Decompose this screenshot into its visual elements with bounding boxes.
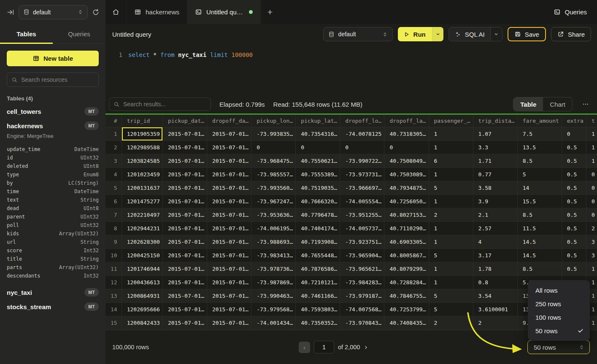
sidebar-item-hackernews[interactable]: hackernews MT [7,119,99,133]
table-cell[interactable]: -73.967247… [251,195,296,208]
table-cell[interactable]: -73.923751… [340,235,384,249]
table-cell[interactable]: 2015-07-01… [163,222,207,235]
table-cell[interactable]: 2015-07-01… [207,208,251,222]
sidebar-item-nyc-taxi[interactable]: nyc_taxi MT [7,285,99,299]
table-cell[interactable]: 2015-07-01… [163,181,207,195]
sidebar-tab-tables[interactable]: Tables [0,24,53,43]
sql-editor[interactable]: 1 select * from nyc_taxi limit 100000 [105,44,597,95]
table-cell[interactable]: 0.5 [562,141,586,154]
table-cell[interactable]: -73.970843… [340,316,384,330]
queries-button[interactable]: Queries [543,0,597,24]
table-cell[interactable]: 1201023459 [122,168,163,181]
table-cell[interactable]: -73.951255… [340,208,384,222]
tab-hackernews[interactable]: hackernews [127,0,187,24]
table-cell[interactable]: 6 [429,154,473,168]
table-cell[interactable]: 14.5 [518,235,562,249]
table-cell[interactable]: 40.7593803… [296,303,340,316]
table-cell[interactable]: 1 [429,276,473,289]
table-cell[interactable]: 2015-07-01… [163,235,207,249]
table-cell[interactable]: 2015-07-01… [163,195,207,208]
column-header[interactable]: trip_dista… [473,115,518,127]
table-cell[interactable]: 2015-07-01… [207,249,251,262]
table-cell[interactable]: 1201905359 [122,127,163,141]
table-cell[interactable]: -73.993560… [251,181,296,195]
table-cell[interactable]: -73.968475… [251,154,296,168]
run-button[interactable]: Run [398,27,432,41]
page-size-option[interactable]: All rows [528,283,590,297]
table-cell[interactable]: 1 [586,141,597,154]
new-table-button[interactable]: New table [7,51,99,66]
table-cell[interactable]: 0.8 [473,276,518,289]
table-cell[interactable]: 1202628300 [122,235,163,249]
table-cell[interactable]: 3.3 [473,141,518,154]
table-cell[interactable]: 0 [562,127,586,141]
table-cell[interactable]: 0 [251,141,296,154]
table-cell[interactable]: 40.7655448… [296,249,340,262]
table-cell[interactable]: 2 [586,222,597,235]
table-cell[interactable]: 3.9 [473,195,518,208]
sidebar-tab-queries[interactable]: Queries [53,24,105,43]
table-cell[interactable]: 2.1 [473,208,518,222]
table-cell[interactable]: 40.7508049… [384,154,429,168]
table-cell[interactable]: -73.990463… [251,289,296,303]
table-cell[interactable]: 5 [429,289,473,303]
table-cell[interactable]: 3 [586,235,597,249]
table-cell[interactable]: 40.7210121… [296,276,340,289]
table-cell[interactable]: 2015-07-01… [207,127,251,141]
page-size-option[interactable]: 50 rows [528,324,590,337]
sidebar-search-input[interactable] [21,76,94,83]
column-header[interactable]: trip_id [122,115,163,127]
table-cell[interactable]: -73.966697… [340,181,384,195]
table-cell[interactable]: 40.7110290… [384,222,429,235]
table-cell[interactable]: 1 [429,262,473,276]
table-cell[interactable]: 2015-07-01… [207,276,251,289]
table-cell[interactable]: 2015-07-01… [163,316,207,330]
table-cell[interactable]: -74.005554… [340,195,384,208]
table-cell[interactable]: 1 [429,235,473,249]
table-cell[interactable]: 40.8027153… [384,208,429,222]
table-cell[interactable]: 2015-07-01… [207,154,251,168]
table-cell[interactable]: 40.7796478… [296,208,340,222]
table-cell[interactable]: -74.006195… [251,222,296,235]
table-cell[interactable]: 2015-07-01… [207,195,251,208]
database-selector[interactable]: default [19,5,88,19]
table-cell[interactable]: 40.7288284… [384,276,429,289]
share-button[interactable]: Share [551,27,591,41]
view-toggle-table[interactable]: Table [513,97,543,111]
table-cell[interactable]: 2 [429,316,473,330]
table-cell[interactable]: 3 [586,249,597,262]
table-cell[interactable]: 3.17 [473,249,518,262]
table-cell[interactable]: 1201475277 [122,195,163,208]
table-cell[interactable]: 2015-07-01… [207,303,251,316]
table-cell[interactable]: 2015-07-01… [163,154,207,168]
table-cell[interactable]: 1 [429,168,473,181]
column-header[interactable]: dropoff_lo… [340,115,384,127]
results-search[interactable] [109,97,211,111]
table-cell[interactable]: 40.6903305… [384,235,429,249]
table-cell[interactable]: 13.5 [518,141,562,154]
table-cell[interactable]: 4 [473,235,518,249]
table-cell[interactable]: 0.77 [473,168,518,181]
table-cell[interactable]: 40.7253799… [384,303,429,316]
page-size-option[interactable]: 100 rows [528,310,590,324]
table-cell[interactable]: 3.54 [473,289,518,303]
table-cell[interactable]: -73.983413… [251,249,296,262]
new-tab-button[interactable]: + [261,0,279,24]
collapse-sidebar-icon[interactable] [7,8,14,16]
results-more-button[interactable] [581,100,590,108]
tab-home[interactable] [105,0,127,24]
table-cell[interactable]: 8.5 [518,262,562,276]
table-cell[interactable]: 7.5 [518,127,562,141]
table-cell[interactable]: 1202695666 [122,303,163,316]
sidebar-item-cell-towers[interactable]: cell_towers MT [7,104,99,119]
sql-ai-button[interactable]: SQL AI [449,27,490,41]
column-header[interactable]: t [586,115,597,127]
table-cell[interactable]: 0 [586,195,597,208]
table-cell[interactable]: 2015-07-01… [163,208,207,222]
table-cell[interactable]: 0.5 [562,222,586,235]
table-cell[interactable]: 40.7666320… [296,195,340,208]
table-cell[interactable]: 40.7876586… [296,262,340,276]
table-cell[interactable]: 2015-07-01… [207,262,251,276]
table-cell[interactable]: 1 [429,195,473,208]
column-header[interactable]: dropoff_da… [207,115,251,127]
